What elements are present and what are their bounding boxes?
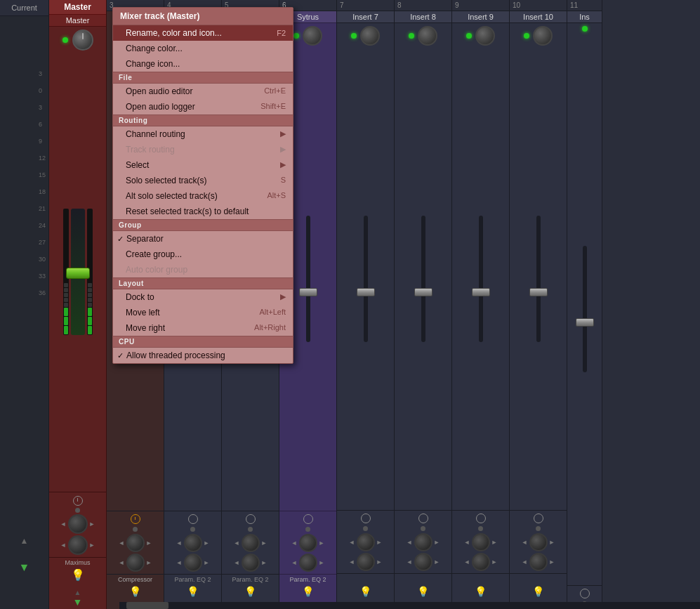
ch6-lamp[interactable]: 💡 [302,586,314,597]
ch6-clock[interactable] [303,514,313,524]
ch5-clock[interactable] [246,514,256,524]
master-knob2[interactable] [68,535,88,555]
ch6-knob[interactable] [303,26,322,46]
ch8-lamp[interactable]: 💡 [417,586,429,597]
menu-item-allow-threaded[interactable]: ✓ Allow threaded processing [113,348,293,363]
ch7-pan-knob[interactable] [357,533,375,551]
ch4-knob2[interactable] [184,554,202,572]
ch3-pan-knob[interactable] [126,534,145,552]
channel-7-strip: 7 Insert 7 ◄ ► ◄ [337,0,395,609]
ch6-led [293,33,299,39]
menu-item-select[interactable]: Select ▶ [113,157,293,173]
master-right-arrow[interactable]: ► [89,520,95,528]
menu-item-move-right[interactable]: Move right Alt+Right [113,320,293,336]
ch3-knob2[interactable] [126,554,145,572]
ch9-knob[interactable] [475,26,495,46]
checkmark-separator: ✓ [117,235,124,244]
ch3-pan-left[interactable]: ◄ [119,539,125,546]
master-channel-header[interactable]: Master [49,0,106,15]
master-up-arrow-bottom[interactable]: ▲ [74,589,81,596]
master-channel-subheader: Master [49,15,106,27]
ch6-fader[interactable] [299,288,317,296]
menu-item-solo-selected[interactable]: Solo selected track(s) S [113,173,293,188]
scrollbar-thumb[interactable] [126,602,169,609]
ch9-lamp[interactable]: 💡 [475,586,487,597]
ch11-fader[interactable] [576,318,594,327]
ch3-plugin: Compressor [107,574,164,584]
master-down-arrow-bottom[interactable]: ▼ [73,596,83,608]
ch5-plugin: Param. EQ 2 [222,574,279,584]
ch9-pan-knob[interactable] [472,533,490,551]
ch8-knob[interactable] [418,26,437,46]
menu-item-rename[interactable]: Rename, color and icon... F2 [113,25,293,41]
horizontal-scrollbar[interactable] [119,602,700,609]
master-clock-btn[interactable] [73,496,83,506]
ch3-pan-right[interactable]: ► [146,539,152,546]
master-knob[interactable] [72,30,93,51]
ch6-knob2[interactable] [299,554,317,572]
context-menu-title: Mixer track (Master) [113,8,293,25]
channel-10-strip: 10 Insert 10 ◄ ► ◄ [510,0,567,609]
ch5-lamp[interactable]: 💡 [244,586,256,597]
menu-item-change-color[interactable]: Change color... [113,41,293,56]
menu-item-alt-solo[interactable]: Alt solo selected track(s) Alt+S [113,188,293,204]
menu-section-group: Group [113,219,293,231]
master-left-arrow2[interactable]: ◄ [60,542,67,549]
menu-item-open-audio-editor[interactable]: Open audio editor Ctrl+E [113,84,293,99]
ch3-lamp[interactable]: 💡 [129,586,141,597]
master-pan-knob[interactable] [68,514,88,534]
ch8-knob2[interactable] [414,553,432,571]
ch9-name[interactable]: Insert 9 [452,11,509,23]
ch7-knob[interactable] [360,26,380,46]
ch7-fader[interactable] [357,288,375,296]
current-label: Current [0,0,48,16]
ch10-lamp[interactable]: 💡 [532,586,544,597]
ch3-right2[interactable]: ► [146,559,152,566]
menu-item-track-routing: Track routing ▶ [113,142,293,157]
down-arrow-btn-current[interactable]: ▼ [19,561,30,574]
menu-item-auto-color-group: Auto color group [113,262,293,277]
menu-item-channel-routing[interactable]: Channel routing ▶ [113,126,293,142]
ch8-name[interactable]: Insert 8 [395,11,451,23]
ch9-knob2[interactable] [472,553,490,571]
ch7-lamp[interactable]: 💡 [359,586,371,597]
ch10-fader[interactable] [529,288,548,296]
ch5-knob2[interactable] [242,554,260,572]
menu-item-reset-selected[interactable]: Reset selected track(s) to default [113,204,293,219]
ch9-fader[interactable] [472,288,490,296]
master-fader-handle[interactable] [66,268,90,279]
menu-item-separator[interactable]: ✓ Separator [113,231,293,247]
ch7-knob2[interactable] [357,553,375,571]
ch8-pan-knob[interactable] [414,533,432,551]
menu-section-layout: Layout [113,277,293,289]
menu-section-file: File [113,72,293,84]
ch7-name[interactable]: Insert 7 [337,11,394,23]
ch6-pan-knob[interactable] [299,534,317,552]
ch8-fader[interactable] [414,288,432,296]
master-right-arrow2[interactable]: ► [89,542,95,549]
ch4-lamp[interactable]: 💡 [187,586,199,597]
menu-item-open-audio-logger[interactable]: Open audio logger Shift+E [113,99,293,114]
ch10-name[interactable]: Insert 10 [510,11,567,23]
ch4-plugin: Param. EQ 2 [164,574,221,584]
ch3-left2[interactable]: ◄ [119,559,125,566]
ch10-pan-knob[interactable] [529,533,548,551]
up-arrow-btn[interactable]: ▲ [20,536,29,546]
ch3-clock[interactable] [131,514,140,524]
ch5-pan-knob[interactable] [242,534,260,552]
master-led [62,37,68,43]
menu-item-create-group[interactable]: Create group... [113,247,293,262]
ch4-clock[interactable] [188,514,198,524]
ch10-knob2[interactable] [529,553,548,571]
menu-section-routing: Routing [113,114,293,126]
menu-item-move-left[interactable]: Move left Alt+Left [113,305,293,320]
ch11-name[interactable]: Ins [567,11,602,23]
master-left-arrow[interactable]: ◄ [60,520,67,528]
ch4-pan-knob[interactable] [184,534,202,552]
master-lamp-icon[interactable]: 💡 [71,568,85,582]
menu-item-change-icon[interactable]: Change icon... [113,56,293,72]
ch3-dot [133,527,138,532]
menu-item-dock-to[interactable]: Dock to ▶ [113,289,293,305]
ch10-knob[interactable] [533,26,553,46]
menu-section-cpu: CPU [113,336,293,348]
